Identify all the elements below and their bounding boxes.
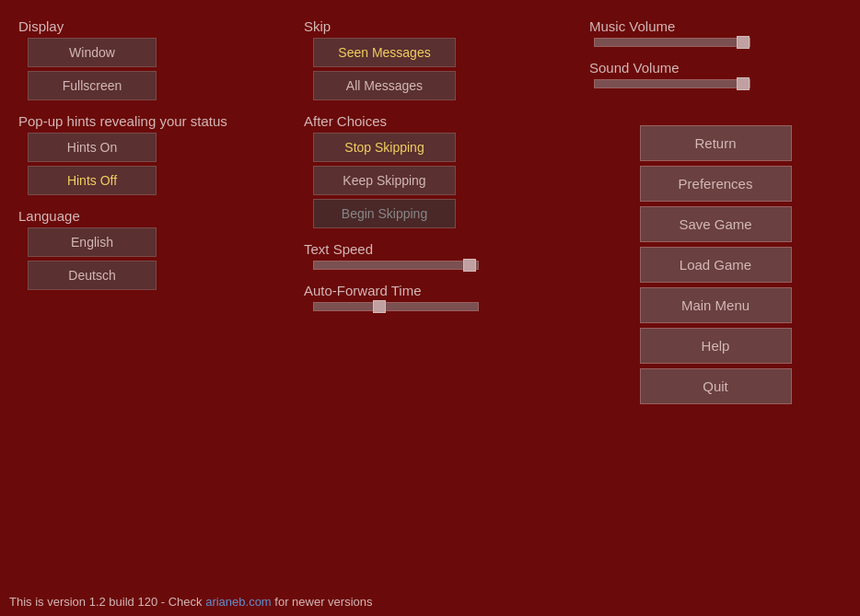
text-speed-thumb[interactable]: [463, 259, 476, 272]
sound-volume-label: Sound Volume: [589, 60, 842, 76]
skip-btn-group: Seen Messages All Messages: [313, 38, 571, 100]
keep-skipping-button[interactable]: Keep Skipping: [313, 166, 456, 195]
volume-section: Music Volume Sound Volume: [589, 18, 842, 88]
hints-on-button[interactable]: Hints On: [28, 133, 157, 162]
music-volume-thumb[interactable]: [737, 36, 750, 49]
language-btn-group: English Deutsch: [28, 227, 285, 290]
footer-text-after: for newer versions: [272, 595, 373, 609]
sound-volume-section: Sound Volume: [589, 60, 842, 88]
deutsch-button[interactable]: Deutsch: [28, 261, 157, 290]
load-game-button[interactable]: Load Game: [640, 247, 792, 283]
sound-volume-track[interactable]: [594, 79, 750, 88]
after-choices-section: After Choices Stop Skipping Keep Skippin…: [304, 113, 571, 228]
left-column: Display Window Fullscreen Pop-up hints r…: [9, 9, 295, 607]
auto-forward-thumb[interactable]: [373, 300, 386, 313]
nav-buttons: Return Preferences Save Game Load Game M…: [589, 125, 842, 404]
language-section: Language English Deutsch: [18, 208, 285, 290]
seen-messages-button[interactable]: Seen Messages: [313, 38, 456, 67]
display-section: Display Window Fullscreen: [18, 18, 285, 100]
middle-column: Skip Seen Messages All Messages After Ch…: [295, 9, 580, 607]
save-game-button[interactable]: Save Game: [640, 206, 792, 242]
fullscreen-button[interactable]: Fullscreen: [28, 71, 157, 100]
hints-label: Pop-up hints revealing your status: [18, 113, 285, 129]
quit-button[interactable]: Quit: [640, 368, 792, 404]
display-btn-group: Window Fullscreen: [28, 38, 285, 100]
preferences-button[interactable]: Preferences: [640, 166, 792, 202]
music-volume-track[interactable]: [594, 38, 750, 47]
window-button[interactable]: Window: [28, 38, 157, 67]
main-menu-button[interactable]: Main Menu: [640, 287, 792, 323]
music-volume-section: Music Volume: [589, 18, 842, 47]
stop-skipping-button[interactable]: Stop Skipping: [313, 133, 456, 162]
footer-link[interactable]: arianeb.com: [205, 595, 272, 609]
after-choices-btn-group: Stop Skipping Keep Skipping Begin Skippi…: [313, 133, 571, 228]
hints-section: Pop-up hints revealing your status Hints…: [18, 113, 285, 195]
all-messages-button[interactable]: All Messages: [313, 71, 456, 100]
help-button[interactable]: Help: [640, 328, 792, 364]
sound-volume-thumb[interactable]: [737, 77, 750, 90]
auto-forward-track[interactable]: [313, 302, 479, 311]
music-volume-label: Music Volume: [589, 18, 842, 34]
language-label: Language: [18, 208, 285, 224]
english-button[interactable]: English: [28, 227, 157, 257]
skip-section: Skip Seen Messages All Messages: [304, 18, 571, 100]
text-speed-slider-container: [313, 261, 571, 270]
auto-forward-slider-container: [313, 302, 571, 311]
footer-text-before: This is version 1.2 build 120 - Check: [9, 595, 205, 609]
right-column: Music Volume Sound Volume Return Prefere…: [580, 9, 851, 607]
footer: This is version 1.2 build 120 - Check ar…: [9, 595, 373, 609]
hints-btn-group: Hints On Hints Off: [28, 133, 285, 195]
display-label: Display: [18, 18, 285, 34]
skip-label: Skip: [304, 18, 571, 34]
after-choices-label: After Choices: [304, 113, 571, 129]
text-speed-track[interactable]: [313, 261, 479, 270]
auto-forward-label: Auto-Forward Time: [304, 283, 571, 298]
auto-forward-section: Auto-Forward Time: [304, 283, 571, 311]
return-button[interactable]: Return: [640, 125, 792, 161]
text-speed-section: Text Speed: [304, 241, 571, 270]
begin-skipping-button[interactable]: Begin Skipping: [313, 199, 456, 228]
hints-off-button[interactable]: Hints Off: [28, 166, 157, 195]
text-speed-label: Text Speed: [304, 241, 571, 257]
